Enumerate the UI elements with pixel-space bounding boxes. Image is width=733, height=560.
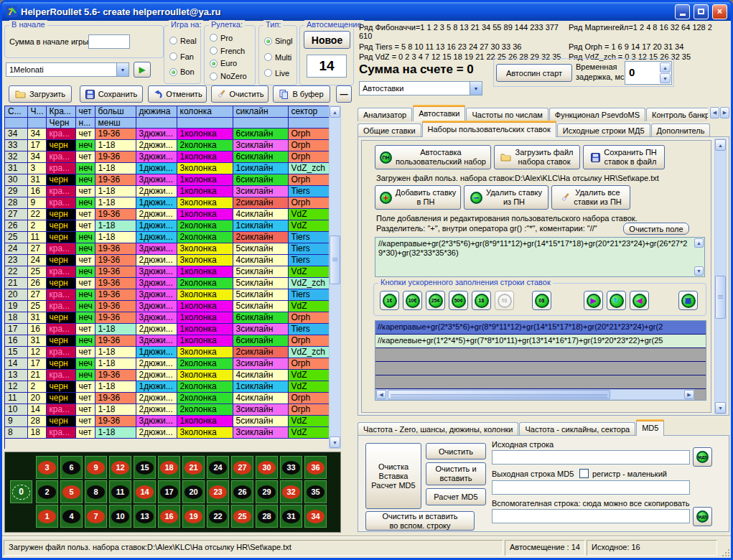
remove-bet-button[interactable]: −Удалить ставку из ПН (464, 185, 548, 210)
save-button[interactable]: Сохранить (80, 85, 143, 103)
spinner-down-icon[interactable]: ▼ (660, 73, 671, 83)
board-cell-20[interactable]: 20 (182, 480, 205, 503)
scroll-down-icon[interactable]: ▼ (715, 402, 726, 414)
board-cell-32[interactable]: 32 (280, 480, 302, 503)
board-cell-29[interactable]: 29 (256, 480, 278, 503)
board-cell-33[interactable]: 33 (280, 456, 302, 479)
load-button[interactable]: Загрузить (9, 85, 72, 103)
radio-option-pro[interactable]: Pro (205, 34, 255, 42)
bet-string-editor[interactable]: //кареправые+gr(2*3*5*6)+gr(8*9*11*12)+g… (375, 237, 705, 277)
radio-option-singl[interactable]: Singl (259, 37, 297, 45)
radio-option-french[interactable]: French (205, 47, 255, 55)
board-cell-2[interactable]: 2 (36, 480, 58, 503)
bet-set-row[interactable]: //кареправые+gr(2*3*5*6)+gr(8*9*11*12)+g… (375, 321, 706, 335)
board-cell-23[interactable]: 23 (207, 480, 229, 503)
preset-dropdown[interactable]: 1Melonati ▼ (6, 62, 129, 77)
radio-option-fan[interactable]: Fan (164, 52, 200, 61)
clear-field-button[interactable]: Очистить поле (623, 223, 689, 235)
board-cell-1[interactable]: 1 (36, 505, 58, 528)
undo-button[interactable]: Отменить (148, 85, 207, 103)
board-cell-28[interactable]: 28 (256, 505, 278, 528)
board-cell-17[interactable]: 17 (158, 480, 180, 503)
scroll-down-icon[interactable]: ▼ (330, 437, 340, 448)
board-cell-0[interactable]: 0 (10, 480, 32, 503)
close-button[interactable]: × (712, 4, 727, 19)
autoshift-new-button[interactable]: Новое (304, 31, 350, 49)
collapse-button[interactable]: — (336, 85, 352, 103)
md5-clear-button[interactable]: Очистить (426, 443, 486, 459)
panel-scrollbar[interactable]: ▲ ▼ (714, 139, 727, 414)
tab-частоты-по-числам[interactable]: Частоты по числам (466, 108, 548, 121)
maximize-button[interactable] (694, 4, 709, 19)
quick-money-1-button[interactable]: 1€ (380, 291, 399, 310)
list-scroll-thumb[interactable] (388, 390, 610, 399)
quick-money-50-button[interactable]: 50¢ (449, 291, 468, 310)
load-set-file-button[interactable]: Загрузить файл набора ставок (494, 145, 580, 169)
radio-option-nozero[interactable]: NoZero (205, 72, 255, 80)
quick-money-10-button[interactable]: 10€ (403, 291, 422, 310)
board-cell-10[interactable]: 10 (109, 505, 131, 528)
bet-set-row[interactable] (375, 362, 706, 375)
scroll-right-icon[interactable]: ▶ (684, 390, 694, 399)
board-cell-5[interactable]: 5 (60, 480, 83, 503)
scroll-left-icon[interactable]: ◀ (376, 390, 386, 399)
md5-clear-paste-aux-button[interactable]: Очистить и вставить во вспом. строку (365, 511, 475, 531)
radio-option-bon[interactable]: Bon (164, 67, 200, 76)
save-set-file-button[interactable]: Сохранить ПН ставок в файл (583, 145, 665, 169)
tab-md5[interactable]: MD5 (636, 419, 664, 436)
spinner-up-icon[interactable]: ▲ (660, 62, 671, 73)
md5-source-input[interactable] (492, 450, 690, 465)
board-cell-31[interactable]: 31 (280, 505, 302, 528)
quick-grid-button[interactable]: ▦ (678, 291, 698, 310)
radio-option-real[interactable]: Real (164, 37, 200, 45)
bet-set-row[interactable] (375, 375, 706, 389)
preset-run-button[interactable]: ▶ (134, 62, 151, 78)
board-cell-30[interactable]: 30 (256, 456, 278, 479)
radio-option-multi[interactable]: Multi (259, 53, 297, 62)
autospin-start-button[interactable]: Автоспин старт (496, 64, 572, 82)
clear-button[interactable]: Очистить (211, 85, 269, 103)
board-cell-4[interactable]: 4 (60, 505, 83, 528)
board-cell-18[interactable]: 18 (158, 456, 180, 479)
minimize-button[interactable] (675, 4, 690, 19)
quick-money-0-button[interactable]: 0$ (532, 291, 551, 310)
scroll-up-icon[interactable]: ▲ (715, 139, 726, 151)
md5-clear-paste-calc-button[interactable]: Очистка Вставка Расчет MD5 (365, 443, 421, 509)
board-cell-22[interactable]: 22 (207, 505, 229, 528)
add-bet-button[interactable]: +Добавить ставку в ПН (375, 185, 461, 210)
md5-calc-source-button[interactable]: МД5 (693, 447, 712, 467)
resize-grip[interactable] (721, 548, 729, 556)
board-cell-3[interactable]: 3 (36, 456, 58, 479)
board-cell-13[interactable]: 13 (134, 505, 156, 528)
board-cell-16[interactable]: 16 (158, 505, 180, 528)
quick-refresh-button[interactable]: ↻ (607, 291, 626, 310)
board-cell-34[interactable]: 34 (304, 505, 327, 528)
remove-all-bets-button[interactable]: Удалить все ставки из ПН (551, 185, 630, 210)
md5-aux-input[interactable] (492, 509, 690, 523)
tab-дополнитель[interactable]: Дополнитель (651, 123, 711, 137)
tabs-scroll-left-icon[interactable]: ◀ (710, 107, 719, 118)
tab-частота-сиклайны-сектора[interactable]: Частота - сиклайны, сектора (519, 422, 635, 436)
board-cell-27[interactable]: 27 (231, 456, 253, 479)
board-cell-14[interactable]: 14 (134, 480, 156, 503)
tab-контроль-банкро[interactable]: Контроль банкро (646, 108, 708, 121)
tab-исходные-строки-мд5[interactable]: Исходные строки МД5 (557, 123, 650, 137)
tab-функционал-psevdoms[interactable]: Функционал PsevdoMS (549, 108, 645, 121)
board-cell-25[interactable]: 25 (231, 505, 253, 528)
board-cell-11[interactable]: 11 (109, 480, 131, 503)
quick-money-1-button[interactable]: 1$ (472, 291, 491, 310)
quick-money-25-button[interactable]: 25¢ (426, 291, 445, 310)
editor-scroll-up-icon[interactable]: ▲ (694, 238, 704, 248)
board-cell-24[interactable]: 24 (207, 456, 229, 479)
radio-option-live[interactable]: Live (259, 69, 297, 78)
case-checkbox[interactable] (579, 469, 589, 478)
bet-set-row[interactable] (375, 348, 706, 362)
board-cell-35[interactable]: 35 (304, 480, 327, 503)
scroll-up-icon[interactable]: ▲ (330, 106, 340, 118)
chevron-down-icon[interactable]: ▼ (470, 82, 482, 95)
tab-общие-ставки[interactable]: Общие ставки (358, 123, 421, 137)
board-cell-19[interactable]: 19 (182, 505, 205, 528)
board-cell-26[interactable]: 26 (231, 480, 253, 503)
md5-output-input[interactable] (492, 480, 690, 495)
board-cell-21[interactable]: 21 (182, 456, 205, 479)
